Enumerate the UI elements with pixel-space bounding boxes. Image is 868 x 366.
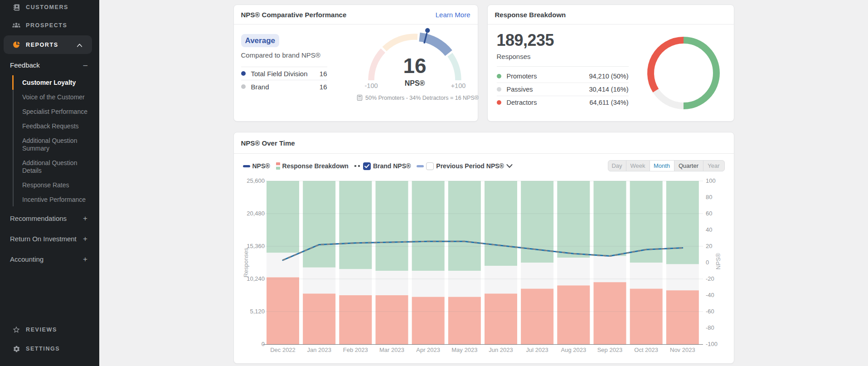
sidebar-item-prospects[interactable]: PROSPECTS: [0, 18, 99, 33]
bar-detractors[interactable]: [485, 293, 517, 344]
bar-passives[interactable]: [593, 256, 626, 283]
bar-promoters[interactable]: [412, 181, 444, 271]
bar-promoters[interactable]: [267, 181, 299, 253]
response-breakdown-card-header: Response Breakdown: [488, 5, 734, 24]
feedback-item-response-rates[interactable]: Response Rates: [0, 178, 99, 192]
expand-icon[interactable]: +: [83, 255, 87, 263]
bar-detractors[interactable]: [448, 297, 480, 344]
collapse-icon[interactable]: –: [83, 61, 87, 69]
previous-period-swatch: [417, 165, 424, 167]
bar-promoters[interactable]: [303, 181, 335, 268]
sidebar-item-reports[interactable]: REPORTS: [4, 35, 92, 54]
bar-passives[interactable]: [557, 258, 590, 285]
bar-promoters[interactable]: [557, 181, 590, 258]
rating-badge: Average: [241, 34, 279, 47]
expand-icon[interactable]: +: [83, 215, 87, 222]
bar-promoters[interactable]: [339, 181, 372, 269]
legend-item-nps[interactable]: NPS®: [243, 162, 270, 170]
feedback-item-voice-of-the-customer[interactable]: Voice of the Customer: [0, 90, 99, 104]
range-button-quarter[interactable]: Quarter: [674, 161, 703, 171]
bar-passives[interactable]: [339, 269, 372, 295]
series-dot: [497, 100, 501, 105]
formula-text: 50% Promoters - 34% Detractors = 16 NPS®: [365, 95, 479, 101]
bar-passives[interactable]: [485, 266, 517, 293]
card-title: NPS® Comparative Performance: [241, 11, 347, 19]
range-button-month[interactable]: Month: [650, 161, 674, 171]
bar-detractors[interactable]: [303, 293, 335, 344]
sidebar-section-feedback[interactable]: Feedback –: [0, 59, 99, 70]
bar-passives[interactable]: [448, 271, 480, 297]
previous-period-checkbox[interactable]: [426, 162, 434, 170]
sidebar-section-return-on-investment[interactable]: Return On Investment+: [0, 233, 99, 244]
bar-detractors[interactable]: [557, 285, 590, 344]
right-axis-tick: 20: [706, 243, 712, 249]
bar-promoters[interactable]: [521, 181, 553, 263]
feedback-item-additional-question-summary[interactable]: Additional Question Summary: [0, 133, 99, 156]
bar-promoters[interactable]: [630, 181, 662, 263]
bar-promoters[interactable]: [375, 181, 408, 271]
sidebar-item-reviews[interactable]: REVIEWS: [0, 322, 99, 337]
series-label: Detractors: [507, 99, 537, 106]
legend-item-brand-nps[interactable]: Brand NPS®: [354, 162, 411, 170]
bar-promoters[interactable]: [666, 181, 698, 264]
sidebar-item-customers[interactable]: CUSTOMERS: [0, 0, 99, 15]
sidebar-item-settings[interactable]: SETTINGS: [0, 342, 99, 356]
bar-detractors[interactable]: [267, 277, 299, 344]
bar-promoters[interactable]: [448, 181, 480, 271]
chevron-down-icon[interactable]: [506, 164, 513, 168]
bar-detractors[interactable]: [521, 289, 553, 344]
chevron-up-icon[interactable]: [77, 41, 82, 49]
bar-promoters[interactable]: [485, 181, 517, 266]
x-axis-label: Oct 2023: [634, 346, 658, 353]
feedback-item-customer-loyalty[interactable]: Customer Loyalty: [0, 75, 99, 90]
bar-passives[interactable]: [521, 263, 553, 289]
expand-icon[interactable]: +: [83, 235, 87, 243]
range-button-week[interactable]: Week: [626, 161, 650, 171]
bar-detractors[interactable]: [339, 295, 372, 344]
bar-passives[interactable]: [375, 271, 408, 295]
nps-over-time-card-header: NPS® Over Time: [234, 132, 734, 154]
right-axis-title: NPS®: [715, 253, 722, 269]
gear-icon: [12, 345, 20, 353]
feedback-item-additional-question-details[interactable]: Additional Question Details: [0, 156, 99, 178]
bar-passives[interactable]: [303, 268, 335, 294]
x-axis-label: Apr 2023: [416, 346, 440, 353]
legend-item-response-breakdown[interactable]: Response Breakdown: [276, 162, 349, 170]
main-area: NPS® Comparative Performance Learn More …: [99, 0, 868, 366]
people-icon: [12, 21, 20, 29]
bar-detractors[interactable]: [375, 295, 408, 344]
bar-detractors[interactable]: [412, 297, 444, 344]
feedback-item-specialist-performance[interactable]: Specialist Performance: [0, 104, 99, 119]
feedback-item-feedback-requests[interactable]: Feedback Requests: [0, 119, 99, 133]
x-axis-label: Jan 2023: [307, 346, 331, 353]
range-button-year[interactable]: Year: [703, 161, 724, 171]
left-axis-tick: 20,480: [247, 210, 265, 217]
right-axis-tick: 0: [706, 259, 709, 266]
bar-detractors[interactable]: [593, 282, 626, 344]
bar-detractors[interactable]: [666, 290, 698, 344]
range-button-day[interactable]: Day: [608, 161, 626, 171]
breakdown-donut-chart: [645, 34, 722, 113]
right-axis-tick: -40: [706, 292, 714, 298]
sidebar-section-accounting[interactable]: Accounting+: [0, 253, 99, 265]
legend-label: Response Breakdown: [282, 162, 349, 170]
left-axis-tick: 0: [261, 341, 264, 347]
bar-passives[interactable]: [630, 263, 662, 289]
brand-nps-checkbox[interactable]: [363, 162, 371, 170]
bar-detractors[interactable]: [630, 289, 662, 344]
right-axis-tick: 80: [706, 194, 712, 200]
series-label: Brand: [251, 83, 269, 91]
bar-promoters[interactable]: [593, 181, 626, 256]
bar-passives[interactable]: [412, 271, 444, 297]
x-axis-label: Aug 2023: [561, 346, 586, 353]
learn-more-link[interactable]: Learn More: [436, 11, 470, 19]
legend-label: Previous Period NPS®: [436, 162, 504, 170]
bar-passives[interactable]: [267, 253, 299, 277]
sidebar-item-label: SETTINGS: [26, 346, 60, 352]
sidebar-section-recommendations[interactable]: Recommendations+: [0, 212, 99, 224]
nps-over-time-card: NPS® Over Time NPS® Response Breakdown B…: [233, 132, 734, 364]
legend-item-previous-period[interactable]: Previous Period NPS®: [417, 162, 513, 170]
feedback-item-incentive-performance[interactable]: Incentive Performance: [0, 192, 99, 207]
breakdown-row-promoters: Promoters94,210 (50%): [497, 69, 629, 83]
bar-passives[interactable]: [666, 264, 698, 291]
